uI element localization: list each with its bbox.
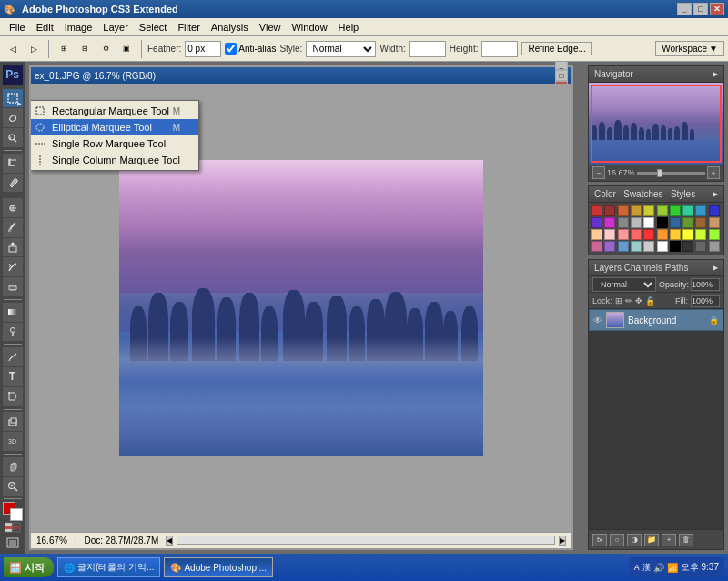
menu-image[interactable]: Image bbox=[59, 20, 98, 35]
clone-stamp-tool[interactable] bbox=[3, 238, 23, 257]
healing-brush-tool[interactable] bbox=[3, 198, 23, 217]
menu-window[interactable]: Window bbox=[286, 20, 332, 35]
color-swatch-22[interactable] bbox=[618, 229, 629, 240]
color-swatch-11[interactable] bbox=[604, 217, 615, 228]
color-swatch-19[interactable] bbox=[709, 217, 720, 228]
color-swatch-15[interactable] bbox=[657, 217, 668, 228]
ctx-single-col-marquee[interactable]: Single Column Marquee Tool bbox=[31, 152, 198, 168]
color-swatch-6[interactable] bbox=[670, 205, 681, 216]
layers-header[interactable]: Layers Channels Paths ▶ bbox=[589, 260, 723, 276]
antialias-checkbox[interactable] bbox=[225, 43, 237, 55]
doc-content[interactable]: Rectangular Marquee Tool M Elliptical Ma… bbox=[31, 84, 571, 532]
refine-edge-button[interactable]: Refine Edge... bbox=[521, 42, 592, 55]
color-swatch-23[interactable] bbox=[631, 229, 642, 240]
style-select[interactable]: Normal Fixed Ratio Fixed Size bbox=[306, 41, 376, 57]
color-swatch-17[interactable] bbox=[682, 217, 693, 228]
screen-mode-btn[interactable] bbox=[4, 536, 22, 550]
minimize-button[interactable]: _ bbox=[677, 3, 692, 15]
color-swatch-18[interactable] bbox=[695, 217, 706, 228]
close-button[interactable]: ✕ bbox=[710, 3, 724, 15]
crop-tool[interactable] bbox=[3, 154, 23, 173]
menu-analysis[interactable]: Analysis bbox=[206, 20, 254, 35]
background-color[interactable] bbox=[10, 508, 23, 521]
taskbar-item-ie[interactable]: 🌐 글지(테롤의 기억... bbox=[57, 557, 160, 577]
color-swatch-30[interactable] bbox=[592, 241, 602, 252]
color-swatch-29[interactable] bbox=[709, 229, 720, 240]
antialias-label[interactable]: Anti-alias bbox=[225, 43, 276, 55]
network-icon[interactable]: 📶 bbox=[667, 563, 678, 573]
feather-input[interactable] bbox=[185, 41, 221, 57]
zoom-out-btn[interactable]: − bbox=[592, 166, 605, 179]
color-swatch-4[interactable] bbox=[643, 205, 654, 216]
color-swatch-39[interactable] bbox=[709, 241, 720, 252]
quick-mask-btn[interactable] bbox=[4, 522, 22, 536]
toolbar-icon1[interactable]: ⊞ bbox=[55, 40, 73, 58]
color-swatch-8[interactable] bbox=[695, 205, 706, 216]
color-swatch-10[interactable] bbox=[592, 217, 602, 228]
layer-new-btn[interactable]: + bbox=[662, 534, 676, 546]
color-swatch-32[interactable] bbox=[618, 241, 629, 252]
layer-row-background[interactable]: 👁 Background 🔒 bbox=[589, 309, 723, 331]
color-swatch-28[interactable] bbox=[695, 229, 706, 240]
color-swatch-3[interactable] bbox=[631, 205, 642, 216]
color-swatch-1[interactable] bbox=[604, 205, 615, 216]
eyedropper-tool[interactable] bbox=[3, 174, 23, 193]
layer-delete-btn[interactable]: 🗑 bbox=[679, 534, 693, 546]
blend-mode-select[interactable]: Normal bbox=[592, 277, 656, 292]
menu-file[interactable]: File bbox=[4, 20, 31, 35]
quick-select-tool[interactable]: + bbox=[3, 128, 23, 147]
ctx-rectangular-marquee[interactable]: Rectangular Marquee Tool M bbox=[31, 103, 198, 119]
maximize-button[interactable]: □ bbox=[693, 3, 708, 15]
taskbar-item-ps[interactable]: 🎨 Adobe Photoshop ... bbox=[164, 557, 273, 577]
color-swatch-31[interactable] bbox=[604, 241, 615, 252]
text-tool[interactable]: T bbox=[3, 367, 23, 386]
fill-input[interactable] bbox=[691, 295, 720, 307]
gradient-tool[interactable] bbox=[3, 303, 23, 322]
layer-adj-btn[interactable]: ◑ bbox=[627, 534, 642, 546]
color-swatch-25[interactable] bbox=[657, 229, 668, 240]
color-swatch-14[interactable] bbox=[643, 217, 654, 228]
color-swatch-21[interactable] bbox=[604, 229, 615, 240]
scroll-right-btn[interactable]: ▶ bbox=[559, 536, 566, 546]
zoom-tool[interactable] bbox=[3, 477, 23, 496]
toolbar-icon4[interactable]: ▣ bbox=[117, 40, 136, 58]
ctx-single-row-marquee[interactable]: Single Row Marquee Tool bbox=[31, 135, 198, 152]
menu-select[interactable]: Select bbox=[134, 20, 173, 35]
brush-tool[interactable] bbox=[3, 218, 23, 237]
history-brush-tool[interactable] bbox=[3, 257, 23, 276]
nav-slider-thumb[interactable] bbox=[657, 169, 662, 177]
ctx-elliptical-marquee[interactable]: Elliptical Marquee Tool M bbox=[31, 119, 198, 135]
volume-icon[interactable]: 🔊 bbox=[653, 563, 664, 573]
color-swatch-38[interactable] bbox=[695, 241, 706, 252]
layer-mask-btn[interactable]: ○ bbox=[610, 534, 624, 546]
color-swatch-24[interactable] bbox=[643, 229, 654, 240]
layer-fx-btn[interactable]: fx bbox=[592, 534, 607, 546]
eraser-tool[interactable] bbox=[3, 277, 23, 296]
menu-layer[interactable]: Layer bbox=[97, 20, 134, 35]
start-button[interactable]: 🪟 시작 bbox=[4, 557, 54, 577]
lock-transparent-icon[interactable]: ⊞ bbox=[615, 296, 622, 306]
color-swatch-9[interactable] bbox=[709, 205, 720, 216]
color-swatch-20[interactable] bbox=[592, 229, 602, 240]
dodge-tool[interactable] bbox=[3, 323, 23, 342]
3d-tool[interactable]: 3D bbox=[3, 432, 23, 451]
doc-minimize-btn[interactable]: _ bbox=[555, 62, 568, 70]
width-input[interactable] bbox=[410, 41, 446, 57]
height-input[interactable] bbox=[481, 41, 518, 57]
lasso-tool[interactable] bbox=[3, 108, 23, 127]
color-swatch-0[interactable] bbox=[592, 205, 602, 216]
color-swatch-13[interactable] bbox=[631, 217, 642, 228]
lock-image-icon[interactable]: ✏ bbox=[625, 296, 632, 306]
color-swatch-34[interactable] bbox=[643, 241, 654, 252]
toolbar-icon2[interactable]: ⊟ bbox=[76, 40, 94, 58]
lock-all-icon[interactable]: 🔒 bbox=[645, 296, 655, 306]
color-swatch-16[interactable] bbox=[670, 217, 681, 228]
color-swatch-26[interactable] bbox=[670, 229, 681, 240]
opacity-input[interactable] bbox=[691, 278, 720, 291]
color-swatch-33[interactable] bbox=[631, 241, 642, 252]
toolbar-icon3[interactable]: ⚙ bbox=[96, 40, 115, 58]
step-forward-button[interactable]: ▷ bbox=[25, 40, 43, 58]
color-swatch-27[interactable] bbox=[682, 229, 693, 240]
hand-tool[interactable] bbox=[3, 457, 23, 476]
color-swatch-12[interactable] bbox=[618, 217, 629, 228]
